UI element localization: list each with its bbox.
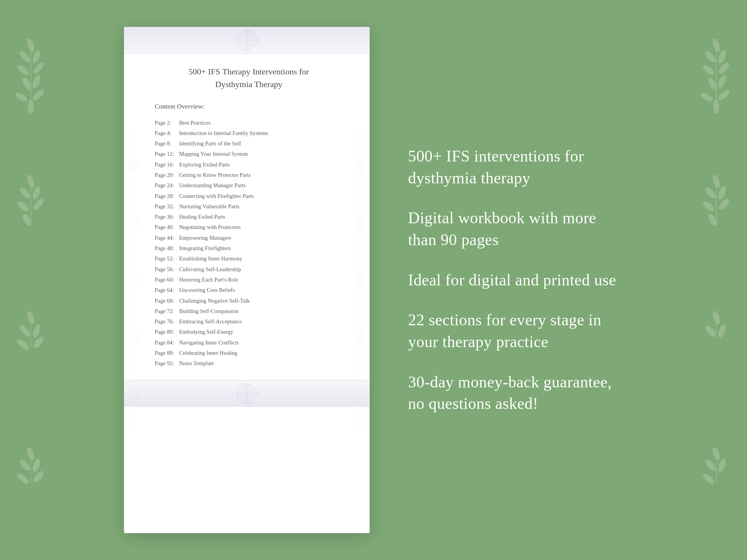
toc-item: Page 48: Integrating Firefighters — [155, 243, 343, 254]
features-panel: 500+ IFS interventions for dysthymia the… — [400, 145, 623, 415]
doc-content-area: 500+ IFS Therapy Interventions for Dysth… — [124, 54, 370, 380]
toc-item: Page 84: Navigating Inner Conflicts — [155, 337, 343, 348]
toc-item: Page 2: Best Practices — [155, 117, 343, 128]
toc-item: Page 56: Cultivating Self-Leadership — [155, 264, 343, 274]
toc-item: Page 12: Mapping Your Internal System — [155, 149, 343, 159]
main-layout: 500+ IFS Therapy Interventions for Dysth… — [0, 0, 747, 560]
doc-title: 500+ IFS Therapy Interventions for Dysth… — [155, 65, 343, 91]
doc-right-border — [350, 54, 370, 506]
feature-text-5: 30-day money-back guarantee, no question… — [408, 371, 623, 415]
mandala-top-icon — [208, 29, 285, 52]
toc-item: Page 80: Embodying Self-Energy — [155, 327, 343, 337]
doc-top-border — [124, 27, 370, 54]
toc-item: Page 64: Uncovering Core Beliefs — [155, 285, 343, 295]
toc-item: Page 76: Embracing Self-Acceptance — [155, 316, 343, 327]
toc-item: Page 52: Establishing Inner Harmony — [155, 254, 343, 264]
doc-left-border — [124, 54, 143, 506]
toc-item: Page 20: Getting to Know Protector Parts — [155, 170, 343, 180]
toc-item: Page 92: Notes Template — [155, 358, 343, 369]
feature-text-1: 500+ IFS interventions for dysthymia the… — [408, 145, 623, 189]
toc-item: Page 44: Empowering Managers — [155, 232, 343, 243]
toc-item: Page 68: Challenging Negative Self-Talk — [155, 295, 343, 306]
toc-item: Page 24: Understanding Manager Parts — [155, 180, 343, 191]
mandala-bottom-icon — [208, 382, 285, 405]
feature-text-4: 22 sections for every stage in your ther… — [408, 309, 623, 352]
toc-list: Page 2: Best PracticesPage 4: Introducti… — [155, 117, 343, 369]
feature-text-3: Ideal for digital and printed use — [408, 269, 623, 291]
doc-bottom-border — [124, 380, 370, 407]
toc-item: Page 72: Building Self-Compassion — [155, 306, 343, 316]
toc-item: Page 88: Celebrating Inner Healing — [155, 348, 343, 358]
feature-text-2: Digital workbook with more than 90 pages — [408, 207, 623, 250]
toc-item: Page 60: Honoring Each Part's Role — [155, 274, 343, 285]
toc-item: Page 32: Nurturing Vulnerable Parts — [155, 201, 343, 211]
toc-item: Page 8: Identifying Parts of the Self — [155, 138, 343, 149]
toc-item: Page 36: Healing Exiled Parts — [155, 212, 343, 222]
toc-item: Page 40: Negotiating with Protectors — [155, 222, 343, 232]
toc-item: Page 16: Exploring Exiled Parts — [155, 159, 343, 170]
toc-item: Page 28: Connecting with Firefighter Par… — [155, 191, 343, 201]
toc-item: Page 4: Introduction to Internal Family … — [155, 128, 343, 138]
toc-heading: Content Overview: — [155, 103, 343, 110]
document-page: 500+ IFS Therapy Interventions for Dysth… — [124, 27, 370, 533]
